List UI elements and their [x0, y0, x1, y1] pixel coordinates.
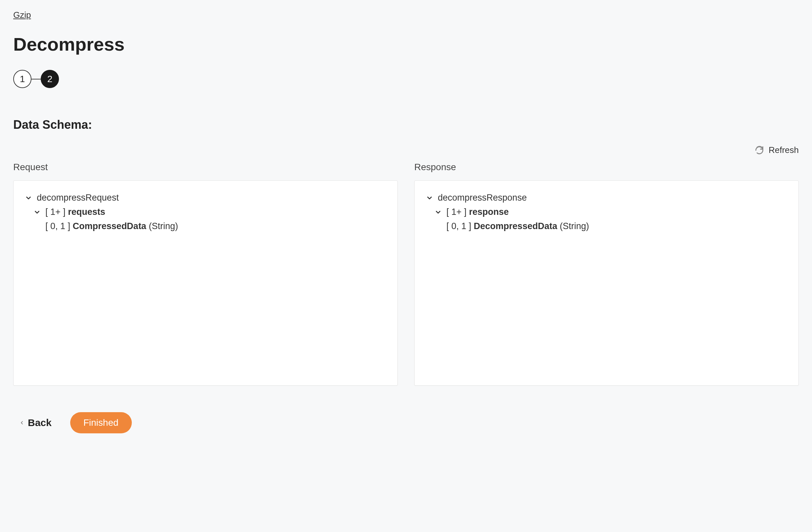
- footer: Back Finished: [13, 412, 799, 433]
- finished-button[interactable]: Finished: [70, 412, 132, 433]
- chevron-down-icon: [25, 194, 32, 202]
- request-array-label: [ 1+ ] requests: [45, 207, 105, 217]
- response-root-row[interactable]: decompressResponse: [426, 191, 787, 205]
- step-1[interactable]: 1: [13, 70, 31, 88]
- chevron-down-icon: [426, 194, 433, 202]
- response-array-row[interactable]: [ 1+ ] response: [426, 205, 787, 219]
- step-2[interactable]: 2: [41, 70, 59, 88]
- step-connector: [31, 79, 41, 79]
- section-title: Data Schema:: [13, 118, 799, 132]
- page-title: Decompress: [13, 33, 799, 55]
- response-column: Response decompressResponse [ 1+ ] respo…: [414, 162, 799, 386]
- chevron-left-icon: [19, 419, 25, 427]
- response-array-label: [ 1+ ] response: [446, 207, 509, 217]
- refresh-icon: [755, 146, 764, 155]
- refresh-button[interactable]: Refresh: [13, 145, 799, 155]
- chevron-down-icon: [33, 209, 41, 216]
- request-heading: Request: [13, 162, 398, 173]
- response-leaf-label: [ 0, 1 ] DecompressedData (String): [446, 221, 589, 232]
- response-heading: Response: [414, 162, 799, 173]
- request-leaf-row[interactable]: [ 0, 1 ] CompressedData (String): [25, 219, 386, 233]
- request-root-row[interactable]: decompressRequest: [25, 191, 386, 205]
- request-root-label: decompressRequest: [37, 193, 119, 203]
- chevron-down-icon: [434, 209, 442, 216]
- response-root-label: decompressResponse: [438, 193, 527, 203]
- request-leaf-label: [ 0, 1 ] CompressedData (String): [45, 221, 178, 232]
- request-panel: decompressRequest [ 1+ ] requests [ 0, 1…: [13, 180, 398, 386]
- stepper: 1 2: [13, 70, 799, 88]
- request-array-row[interactable]: [ 1+ ] requests: [25, 205, 386, 219]
- back-label: Back: [28, 417, 52, 428]
- response-panel: decompressResponse [ 1+ ] response [ 0, …: [414, 180, 799, 386]
- response-leaf-row[interactable]: [ 0, 1 ] DecompressedData (String): [426, 219, 787, 233]
- breadcrumb-link[interactable]: Gzip: [13, 10, 31, 20]
- back-button[interactable]: Back: [19, 417, 52, 428]
- refresh-label: Refresh: [769, 145, 799, 155]
- request-column: Request decompressRequest [ 1+ ] request…: [13, 162, 398, 386]
